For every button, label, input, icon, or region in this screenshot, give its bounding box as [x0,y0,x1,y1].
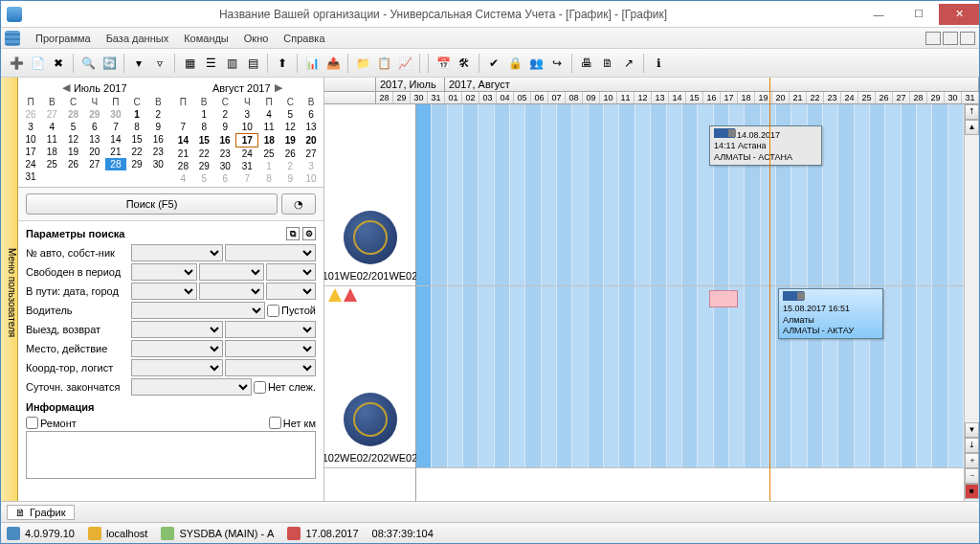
calendar-day[interactable]: 5 [62,121,83,133]
calendar-day[interactable]: 26 [62,158,83,170]
param-select-3[interactable] [266,283,316,300]
day-header[interactable]: 30 [411,92,428,103]
menu-database[interactable]: База данных [99,31,177,46]
tb-report[interactable]: 📋 [374,54,393,73]
param-checkbox[interactable]: Пустой [267,305,316,317]
tb-tools[interactable]: 🛠 [455,54,474,73]
tb-logout[interactable]: ↪ [547,54,567,73]
day-header[interactable]: 12 [635,92,652,103]
scroll-remove[interactable]: － [965,468,979,484]
calendar-day[interactable]: 12 [62,133,83,146]
calendar-day[interactable]: 24 [20,158,41,170]
gear-icon[interactable]: ⚙ [302,227,316,240]
day-header[interactable]: 27 [893,92,910,103]
day-header[interactable]: 29 [393,92,411,103]
tb-info[interactable]: ℹ [649,54,668,73]
calendar-day[interactable]: 3 [301,160,322,172]
calendar-day[interactable]: 12 [279,121,301,134]
scroll-marker[interactable]: ■ [965,484,979,499]
calendar-day[interactable]: 17 [20,146,41,158]
gauge-button[interactable]: ◔ [281,193,316,215]
param-select-1[interactable] [131,244,223,261]
day-header[interactable]: 22 [807,92,824,103]
scroll-add[interactable]: ＋ [965,453,979,468]
param-select-2[interactable] [225,244,317,261]
calendar-day[interactable]: 5 [279,108,301,121]
param-select-2[interactable] [225,359,317,376]
param-select-2[interactable] [199,283,265,300]
calendar-day[interactable]: 31 [20,170,41,183]
resource-row[interactable]: 102WE02/202WE02 [324,286,415,468]
scroll-up[interactable]: ▲ [965,120,979,135]
info-textarea[interactable] [26,431,316,479]
maximize-button[interactable]: ☐ [899,4,939,25]
repair-checkbox[interactable]: Ремонт [26,417,77,429]
day-header[interactable]: 16 [703,92,721,103]
scroll-end[interactable]: ⤓ [965,438,979,453]
tb-refresh[interactable]: 🔄 [100,54,119,73]
day-header[interactable]: 06 [531,92,548,103]
calendar-day[interactable] [147,170,168,183]
calendar-day[interactable]: 29 [84,108,105,121]
calendar-day[interactable]: 29 [126,158,147,170]
calendar-day[interactable] [62,170,83,183]
mdi-restore[interactable] [943,32,958,45]
day-header[interactable]: 21 [790,92,807,103]
day-header[interactable]: 31 [962,92,979,103]
tb-sort[interactable]: ▤ [243,54,262,73]
calendar-day[interactable]: 6 [84,121,105,133]
day-header[interactable]: 20 [772,92,790,103]
mdi-close[interactable] [960,32,975,45]
calendar-day[interactable]: 23 [147,146,168,158]
gantt-row[interactable]: 15.08.2017 16:51АлматыАЛМАТЫ - АКТАУ [416,286,964,468]
calendar-day[interactable]: 7 [236,172,258,185]
vertical-scrollbar[interactable]: ⤒ ▲ ▼ ⤓ ＋ － ■ [964,104,979,501]
calendar-day[interactable]: 11 [41,133,62,146]
calendar-day[interactable]: 3 [236,108,258,121]
param-select-2[interactable] [225,321,317,338]
param-checkbox[interactable]: Нет слеж. [254,381,316,394]
calendar-day[interactable]: 30 [147,158,168,170]
tb-preview[interactable]: 🗎 [598,54,617,73]
calendar-day[interactable]: 9 [214,121,236,134]
tb-delete[interactable]: ✖ [49,54,68,73]
calendar-day[interactable]: 9 [279,172,301,185]
param-select-3[interactable] [266,263,316,281]
gantt-row[interactable]: 14.08.201714:11 АстанаАЛМАТЫ - АСТАНА [416,104,964,286]
tb-print[interactable]: 🖶 [577,54,596,73]
day-header[interactable]: 23 [824,92,841,103]
day-header[interactable]: 26 [876,92,893,103]
calendar-day[interactable]: 28 [173,160,194,172]
calendar-day[interactable]: 4 [41,121,62,133]
calendar-day[interactable]: 8 [193,121,214,134]
day-header[interactable]: 17 [721,92,738,103]
calendar-day[interactable]: 26 [279,147,301,161]
day-header[interactable]: 05 [514,92,531,103]
footer-tab-chart[interactable]: 🗎График [7,505,75,520]
scroll-home[interactable]: ⤒ [965,104,979,120]
calendar-day[interactable]: 23 [214,147,236,161]
calendar-day[interactable]: 20 [84,146,105,158]
calendar-day[interactable]: 16 [147,133,168,146]
calendar-day[interactable]: 14 [173,134,194,147]
menu-help[interactable]: Справка [276,31,332,46]
calendar-day[interactable]: 4 [258,108,280,121]
calendar-day[interactable]: 24 [236,147,258,161]
calendar-day[interactable]: 5 [193,172,214,185]
calendar-day[interactable]: 7 [105,121,126,133]
tb-folder[interactable]: 📁 [353,54,372,73]
calendar-day[interactable]: 28 [105,158,126,170]
tb-calendar[interactable]: 📅 [434,54,453,73]
day-header[interactable]: 02 [462,92,479,103]
day-header[interactable]: 11 [617,92,635,103]
gantt-bar[interactable] [709,290,738,307]
calendar-day[interactable]: 17 [236,134,258,147]
day-header[interactable]: 19 [755,92,772,103]
copy-icon[interactable]: ⧉ [286,227,300,240]
calendar-day[interactable]: 22 [126,146,147,158]
tb-copy[interactable]: 📄 [28,54,47,73]
day-header[interactable]: 15 [686,92,703,103]
resource-row[interactable]: 101WE02/201WE02 [324,104,415,286]
calendar-day[interactable]: 27 [84,158,105,170]
param-select-2[interactable] [225,340,317,357]
